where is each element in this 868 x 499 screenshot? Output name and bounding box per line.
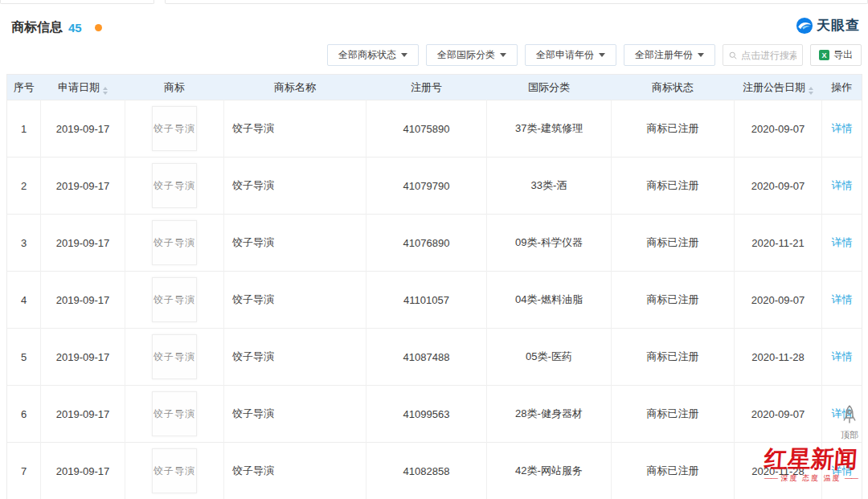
col-mark: 商标	[125, 75, 224, 100]
announce-date: 2020-09-07	[751, 408, 805, 420]
table-row: 6 2019-09-17 饺子导演 饺子导演 41099563 28类-健身器材…	[7, 386, 862, 443]
col-announce-date[interactable]: 注册公告日期	[735, 75, 822, 100]
registration-number: 41076890	[403, 237, 450, 249]
col-apply-date[interactable]: 申请日期	[41, 75, 125, 100]
sort-arrows-icon[interactable]	[809, 87, 813, 95]
registration-number: 41087488	[403, 351, 450, 363]
trademark-image[interactable]: 饺子导演	[152, 334, 197, 379]
announce-date: 2020-11-21	[751, 237, 805, 249]
registration-number: 41082858	[403, 465, 450, 477]
detail-link[interactable]: 详情	[832, 122, 853, 134]
registration-number: 41079790	[403, 180, 450, 192]
chevron-down-icon	[500, 53, 506, 57]
intl-class: 42类-网站服务	[515, 464, 583, 477]
table-row: 4 2019-09-17 饺子导演 饺子导演 41101057 04类-燃料油脂…	[7, 272, 862, 329]
table-body: 1 2019-09-17 饺子导演 饺子导演 41075890 37类-建筑修理…	[7, 100, 862, 499]
trademark-name: 饺子导演	[232, 293, 274, 305]
trademark-status: 商标已注册	[647, 464, 699, 477]
trademark-info-page: 商标信息 45 天眼查 全部商标状态 全部国际分类 全部申请年份 全部注册年份	[0, 0, 868, 499]
table-row: 2 2019-09-17 饺子导演 饺子导演 41079790 33类-酒 商标…	[7, 157, 862, 215]
trademark-image[interactable]: 饺子导演	[152, 220, 197, 265]
trademark-image[interactable]: 饺子导演	[152, 163, 197, 208]
col-intl-class: 国际分类	[487, 75, 612, 100]
search-box[interactable]	[723, 44, 803, 66]
trademark-image[interactable]: 饺子导演	[152, 448, 197, 493]
chevron-down-icon	[599, 53, 605, 57]
row-seq: 1	[21, 123, 27, 135]
col-mark-name: 商标名称	[224, 75, 366, 100]
table-row: 5 2019-09-17 饺子导演 饺子导演 41087488 05类-医药 商…	[7, 329, 862, 386]
filter-label: 全部注册年份	[635, 48, 693, 62]
apply-date: 2019-09-17	[56, 123, 110, 135]
col-reg-no: 注册号	[366, 75, 487, 100]
orange-dot-icon	[95, 24, 102, 31]
filter-toolbar: 全部商标状态 全部国际分类 全部申请年份 全部注册年份 X 导出	[327, 44, 862, 66]
tab-remnant-left	[0, 0, 154, 4]
apply-date: 2019-09-17	[56, 408, 110, 420]
export-button[interactable]: X 导出	[810, 44, 862, 66]
tianyancha-eye-icon	[796, 17, 813, 35]
intl-class: 37类-建筑修理	[515, 122, 583, 134]
trademark-image-text: 饺子导演	[154, 236, 195, 250]
filter-label: 全部国际分类	[437, 48, 495, 62]
logo-text: 天眼查	[817, 16, 860, 35]
trademark-image-text: 饺子导演	[154, 464, 195, 478]
trademark-image[interactable]: 饺子导演	[152, 106, 197, 151]
col-label: 注册公告日期	[743, 81, 805, 93]
trademark-status: 商标已注册	[647, 350, 699, 362]
intl-class: 04类-燃料油脂	[515, 293, 583, 305]
filter-label: 全部申请年份	[536, 48, 594, 62]
registration-number: 41099563	[403, 408, 450, 420]
table-row: 1 2019-09-17 饺子导演 饺子导演 41075890 37类-建筑修理…	[7, 100, 862, 157]
filter-trademark-status[interactable]: 全部商标状态	[327, 44, 419, 66]
detail-link[interactable]: 详情	[832, 236, 853, 248]
filter-reg-year[interactable]: 全部注册年份	[624, 44, 715, 66]
detail-link[interactable]: 详情	[832, 464, 853, 477]
chevron-down-icon	[698, 53, 704, 57]
back-to-top-button[interactable]: 顶部	[831, 404, 868, 441]
tab-remnant-right	[165, 0, 868, 4]
table-header: 序号 申请日期 商标 商标名称 注册号 国际分类 商标状态 注册公告日期 操作	[7, 75, 862, 100]
col-status: 商标状态	[612, 75, 735, 100]
trademark-status: 商标已注册	[647, 407, 699, 419]
detail-link[interactable]: 详情	[832, 350, 853, 362]
trademark-name: 饺子导演	[232, 407, 274, 419]
trademark-status: 商标已注册	[647, 293, 699, 305]
trademark-name: 饺子导演	[232, 236, 274, 248]
row-seq: 3	[21, 237, 27, 249]
search-icon	[729, 51, 737, 60]
table-row: 7 2019-09-17 饺子导演 饺子导演 41082858 42类-网站服务…	[7, 443, 862, 499]
apply-date: 2019-09-17	[56, 237, 110, 249]
intl-class: 28类-健身器材	[515, 407, 583, 419]
trademark-image-text: 饺子导演	[154, 350, 195, 364]
trademark-image-text: 饺子导演	[154, 179, 195, 193]
detail-link[interactable]: 详情	[832, 179, 853, 191]
tianyancha-logo: 天眼查	[796, 16, 860, 35]
filter-apply-year[interactable]: 全部申请年份	[525, 44, 616, 66]
col-action: 操作	[822, 75, 862, 100]
row-seq: 7	[21, 465, 27, 477]
trademark-image-text: 饺子导演	[154, 407, 195, 421]
trademark-image-text: 饺子导演	[154, 293, 195, 307]
filter-label: 全部商标状态	[338, 48, 396, 62]
intl-class: 05类-医药	[526, 350, 572, 362]
apply-date: 2019-09-17	[56, 465, 110, 477]
export-label: 导出	[833, 48, 853, 62]
detail-link[interactable]: 详情	[832, 293, 853, 305]
apply-date: 2019-09-17	[56, 180, 110, 192]
filter-intl-class[interactable]: 全部国际分类	[426, 44, 518, 66]
search-input[interactable]	[741, 50, 796, 61]
trademark-image[interactable]: 饺子导演	[152, 391, 197, 436]
announce-date: 2020-11-28	[751, 465, 805, 477]
sort-arrows-icon[interactable]	[103, 87, 108, 95]
trademark-name: 饺子导演	[232, 464, 274, 477]
trademark-name: 饺子导演	[232, 179, 274, 191]
registration-number: 41075890	[403, 123, 450, 135]
table-row: 3 2019-09-17 饺子导演 饺子导演 41076890 09类-科学仪器…	[7, 215, 862, 272]
intl-class: 09类-科学仪器	[515, 236, 583, 248]
section-header: 商标信息 45	[11, 19, 102, 36]
apply-date: 2019-09-17	[56, 294, 110, 306]
announce-date: 2020-09-07	[751, 180, 805, 192]
trademark-status: 商标已注册	[647, 122, 699, 134]
trademark-image[interactable]: 饺子导演	[152, 277, 197, 322]
